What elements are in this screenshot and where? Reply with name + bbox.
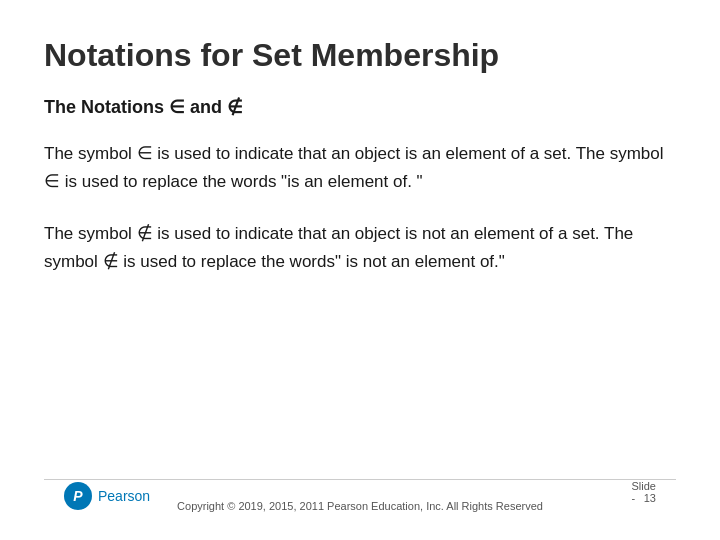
subtitle: The Notations ∈ and ∉ bbox=[44, 96, 676, 118]
footer-brand: P Pearson bbox=[64, 482, 150, 510]
para1-in-symbol-2: ∈ bbox=[44, 171, 60, 191]
subtitle-notin-symbol: ∉ bbox=[227, 97, 243, 117]
para1-text2: is used to indicate that an object is an… bbox=[153, 144, 664, 163]
para2-text3: is used to replace the words" is not an … bbox=[119, 252, 505, 271]
slide-number: 13 bbox=[644, 492, 656, 504]
para2-notin-symbol-2: ∉ bbox=[103, 251, 119, 271]
para2-text1: The symbol bbox=[44, 224, 137, 243]
copyright-text: Copyright © 2019, 2015, 2011 Pearson Edu… bbox=[177, 500, 543, 512]
logo-letter: P bbox=[73, 488, 82, 504]
paragraph-2: The symbol ∉ is used to indicate that an… bbox=[44, 220, 676, 276]
pearson-label: Pearson bbox=[98, 488, 150, 504]
subtitle-middle: and bbox=[185, 97, 227, 117]
para2-notin-symbol-1: ∉ bbox=[137, 223, 153, 243]
paragraph-1: The symbol ∈ is used to indicate that an… bbox=[44, 140, 676, 196]
pearson-logo: P bbox=[64, 482, 92, 510]
slide: Notations for Set Membership The Notatio… bbox=[0, 0, 720, 540]
slide-title: Notations for Set Membership bbox=[44, 36, 676, 74]
para1-text3: is used to replace the words "is an elem… bbox=[60, 172, 423, 191]
para1-in-symbol-1: ∈ bbox=[137, 143, 153, 163]
subtitle-prefix: The Notations bbox=[44, 97, 169, 117]
para1-text1: The symbol bbox=[44, 144, 137, 163]
footer-copyright: Copyright © 2019, 2015, 2011 Pearson Edu… bbox=[177, 496, 543, 514]
footer-divider bbox=[44, 479, 676, 480]
footer: P Pearson Copyright © 2019, 2015, 2011 P… bbox=[44, 486, 676, 520]
subtitle-in-symbol: ∈ bbox=[169, 97, 185, 117]
